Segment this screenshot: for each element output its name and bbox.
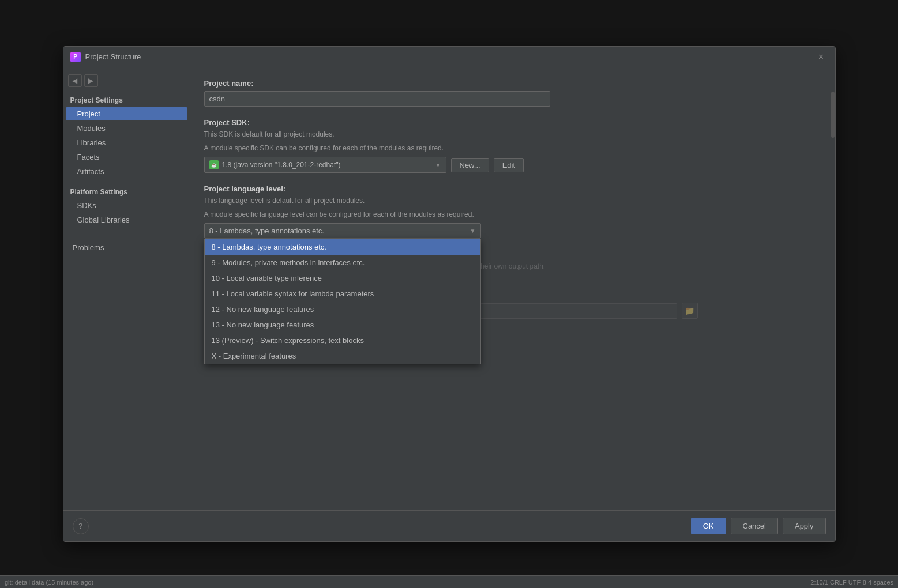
lang-option-13preview[interactable]: 13 (Preview) - Switch expressions, text … [205,333,480,348]
main-content: Project name: Project SDK: This SDK is d… [190,67,835,510]
forward-button[interactable]: ▶ [84,74,98,87]
footer-right: OK Cancel Apply [691,518,826,534]
language-level-dropdown-list: 8 - Lambdas, type annotations etc. 9 - M… [204,239,481,364]
language-level-group: Project language level: This language le… [204,184,821,239]
language-level-dropdown-wrapper: 8 - Lambdas, type annotations etc. ▼ 8 -… [204,223,821,239]
folder-browse-button[interactable]: 📁 [682,303,698,319]
sidebar-item-sdks[interactable]: SDKs [66,199,187,212]
lang-option-x[interactable]: X - Experimental features [205,348,480,364]
project-name-input[interactable] [204,91,550,107]
sdk-edit-button[interactable]: Edit [494,158,524,172]
app-icon: P [70,52,81,62]
lang-option-12[interactable]: 12 - No new language features [205,301,480,317]
project-structure-dialog: P Project Structure × ◀ ▶ Project Settin… [63,46,836,542]
status-bar: git: detail data (15 minutes ago) 2:10/1… [0,575,898,588]
dialog-body: ◀ ▶ Project Settings Project Modules Lib… [63,67,835,510]
dialog-title-left: P Project Structure [70,52,141,62]
back-button[interactable]: ◀ [68,74,82,87]
lang-option-11[interactable]: 11 - Local variable syntax for lambda pa… [205,286,480,301]
sdk-title: Project SDK: [204,118,821,127]
language-level-title: Project language level: [204,184,821,193]
sdk-java-icon: ☕ [209,160,219,169]
cancel-button[interactable]: Cancel [731,518,778,534]
sdk-desc1: This SDK is default for all project modu… [204,129,821,140]
footer-left: ? [73,518,89,534]
lang-dropdown-value: 8 - Lambdas, type annotations etc. [209,227,324,235]
scrollbar[interactable] [831,67,835,510]
sdk-select[interactable]: ☕ 1.8 (java version "1.8.0_201-2-redhat"… [204,157,446,173]
project-name-label: Project name: [204,79,821,88]
lang-desc2: A module specific language level can be … [204,209,821,220]
sidebar-item-libraries[interactable]: Libraries [66,136,187,149]
project-name-group: Project name: [204,79,821,107]
dialog-footer: ? OK Cancel Apply [63,510,835,541]
sidebar-item-global-libraries[interactable]: Global Libraries [66,213,187,227]
scrollbar-thumb [831,92,835,138]
sidebar-item-problems[interactable]: Problems [66,241,187,254]
lang-option-8[interactable]: 8 - Lambdas, type annotations etc. [205,239,480,255]
sdk-row: ☕ 1.8 (java version "1.8.0_201-2-redhat"… [204,157,821,173]
apply-button[interactable]: Apply [783,518,826,534]
sdk-dropdown-arrow: ▼ [435,162,441,168]
folder-icon: 📁 [685,306,694,315]
sidebar-item-project[interactable]: Project [66,107,187,120]
annotation-arrow [190,67,196,102]
sidebar-item-modules[interactable]: Modules [66,122,187,135]
sdk-group: Project SDK: This SDK is default for all… [204,118,821,173]
lang-desc1: This language level is default for all p… [204,195,821,206]
dialog-titlebar: P Project Structure × [63,47,835,67]
sidebar-item-artifacts[interactable]: Artifacts [66,165,187,178]
status-left: git: detail data (15 minutes ago) [5,579,93,586]
lang-option-10[interactable]: 10 - Local variable type inference [205,270,480,286]
lang-option-9[interactable]: 9 - Modules, private methods in interfac… [205,255,480,270]
status-right: 2:10/1 CRLF UTF-8 4 spaces [810,579,893,586]
help-button[interactable]: ? [73,518,89,534]
dialog-title: Project Structure [85,52,141,61]
lang-dropdown-arrow: ▼ [470,228,476,234]
sidebar-item-facets[interactable]: Facets [66,150,187,164]
close-button[interactable]: × [814,50,828,64]
platform-settings-label: Platform Settings [63,183,190,198]
sdk-new-button[interactable]: New... [451,158,489,172]
project-settings-label: Project Settings [63,92,190,107]
ok-button[interactable]: OK [691,518,726,534]
sdk-desc2: A module specific SDK can be configured … [204,143,821,153]
sidebar-nav: ◀ ▶ [63,72,190,92]
sidebar: ◀ ▶ Project Settings Project Modules Lib… [63,67,190,510]
language-level-select[interactable]: 8 - Lambdas, type annotations etc. ▼ [204,223,481,239]
lang-option-13[interactable]: 13 - No new language features [205,317,480,333]
